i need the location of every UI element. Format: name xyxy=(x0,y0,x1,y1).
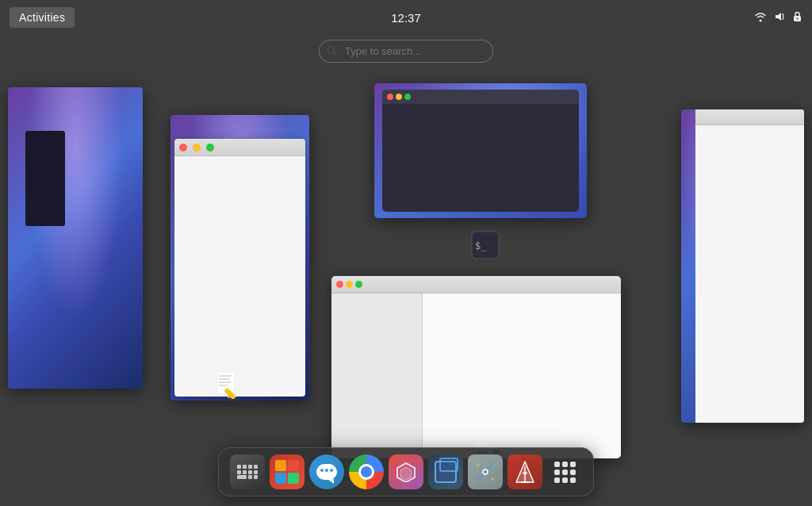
window-3-terminal[interactable] xyxy=(374,83,587,218)
dock-item-app1[interactable] xyxy=(389,454,423,489)
win4-main xyxy=(423,293,621,458)
search-input[interactable] xyxy=(319,40,493,63)
buildtools-icon xyxy=(474,461,496,483)
dock-item-messages[interactable] xyxy=(309,454,344,489)
window-2-text-editor[interactable] xyxy=(170,115,309,401)
win2-content xyxy=(174,156,305,397)
search-wrapper xyxy=(319,40,493,63)
win3-max[interactable] xyxy=(404,94,411,100)
wifi-icon[interactable] xyxy=(754,11,767,25)
win4-titlebar xyxy=(331,276,621,293)
win1-dark-panel xyxy=(25,131,65,226)
win2-max-btn[interactable] xyxy=(206,144,214,151)
text-editor-icon xyxy=(212,369,242,399)
window-5-right-partial[interactable] xyxy=(681,109,804,423)
svg-rect-6 xyxy=(219,378,230,380)
svg-point-23 xyxy=(477,463,480,466)
win4-max[interactable] xyxy=(355,281,362,288)
keyboard-icon xyxy=(233,461,262,483)
win5-content xyxy=(695,109,804,423)
svg-point-24 xyxy=(491,477,494,481)
activities-button[interactable]: Activities xyxy=(10,7,75,28)
clock: 12:37 xyxy=(391,11,421,25)
win4-min[interactable] xyxy=(346,281,353,288)
svg-rect-28 xyxy=(523,472,527,474)
win4-close[interactable] xyxy=(336,281,343,288)
win3-min[interactable] xyxy=(396,94,402,100)
topbar: Activities 12:37 xyxy=(0,0,812,35)
win2-inner xyxy=(174,139,305,397)
dock-item-tetravex[interactable] xyxy=(270,454,304,489)
terminal-mini-icon[interactable]: $_ xyxy=(470,230,500,260)
sound-icon[interactable] xyxy=(773,11,786,25)
win3-titlebar xyxy=(382,90,579,104)
metronome-icon xyxy=(515,460,535,484)
dock-item-boxes[interactable] xyxy=(428,454,463,489)
appgrid-icon xyxy=(551,458,579,486)
win2-min-btn[interactable] xyxy=(193,144,201,151)
app1-icon xyxy=(396,462,416,482)
dock-item-appgrid[interactable] xyxy=(547,454,582,489)
windows-container: $_ xyxy=(0,71,812,443)
win5-titlebar xyxy=(695,109,804,125)
win4-content xyxy=(331,293,621,458)
dock-item-metronome[interactable] xyxy=(508,454,542,489)
chrome-icon-inner xyxy=(358,464,374,480)
svg-text:$_: $_ xyxy=(475,240,487,251)
win2-titlebar xyxy=(174,139,305,156)
svg-marker-19 xyxy=(400,467,412,480)
tetravex-icon xyxy=(275,460,299,484)
svg-point-1 xyxy=(797,17,799,19)
win2-close-btn[interactable] xyxy=(179,144,187,151)
svg-rect-5 xyxy=(219,375,232,377)
lock-icon[interactable] xyxy=(792,10,802,25)
svg-rect-8 xyxy=(219,385,228,386)
window-4-files[interactable] xyxy=(331,276,621,458)
dock-item-chrome[interactable] xyxy=(349,454,384,489)
dock-item-buildtools[interactable] xyxy=(468,454,503,489)
dock-item-keyboard[interactable] xyxy=(230,454,265,489)
boxes-icon xyxy=(435,461,457,483)
win3-terminal-content xyxy=(382,90,579,212)
dock xyxy=(218,447,594,496)
search-container xyxy=(319,40,493,63)
window-1[interactable] xyxy=(8,87,143,389)
svg-rect-7 xyxy=(219,381,232,383)
system-tray xyxy=(754,10,802,25)
messages-icon xyxy=(316,464,337,480)
win4-sidebar xyxy=(331,293,423,458)
win3-close[interactable] xyxy=(387,94,393,100)
